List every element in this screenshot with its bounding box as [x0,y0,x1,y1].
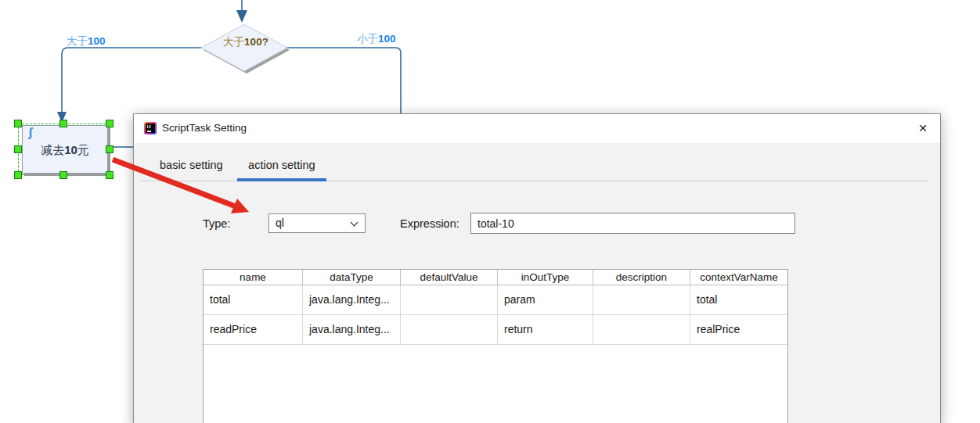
resize-handle-s[interactable] [59,171,67,179]
table-cell[interactable] [401,315,498,345]
dialog-title: ScriptTask Setting [162,122,247,134]
table-cell[interactable] [593,315,690,345]
edge-label-less-value: 100 [378,33,396,45]
resize-handle-ne[interactable] [106,120,113,127]
arrowhead-into-decision [236,10,247,23]
close-icon[interactable]: ✕ [915,120,931,136]
edge-label-less[interactable]: 小于100 [357,32,396,46]
column-header[interactable]: dataType [303,270,401,285]
column-header[interactable]: description [593,270,690,285]
edge-less-branch[interactable] [287,48,401,114]
script-icon: ʃ [28,125,33,141]
edge-label-greater-value: 100 [88,35,106,47]
column-header[interactable]: contextVarName [690,270,787,285]
intellij-idea-icon: IJ [144,122,157,134]
type-dropdown[interactable]: ql [268,213,366,233]
table-cell[interactable]: readPrice [204,315,303,345]
edge-label-greater-prefix: 大于 [67,35,88,47]
table-cell[interactable]: total [204,285,303,315]
table-cell[interactable] [401,285,498,315]
resize-handle-nw[interactable] [14,120,22,127]
column-header[interactable]: inOutType [498,270,593,285]
table-cell[interactable]: total [690,285,787,315]
column-header[interactable]: name [204,270,303,285]
table-cell[interactable]: java.lang.Integ... [303,285,401,315]
expression-label: Expression: [400,213,459,234]
edge-label-less-prefix: 小于 [357,33,378,45]
resize-handle-sw[interactable] [14,171,22,179]
variables-table: name dataType defaultValue inOutType des… [203,269,788,423]
resize-handle-n[interactable] [59,120,67,127]
table-cell[interactable]: realPrice [690,315,787,345]
edge-label-greater[interactable]: 大于100 [67,34,106,48]
tab-basic-setting[interactable]: basic setting [149,156,234,178]
task-node-label: 减去10元 [23,143,107,158]
scripttask-setting-dialog: IJ ScriptTask Setting ✕ basic setting ac… [133,113,941,423]
table-cell[interactable]: param [498,285,593,315]
tab-action-setting[interactable]: action setting [237,156,326,181]
table-cell[interactable]: return [498,315,593,345]
chevron-down-icon [350,221,358,227]
column-header[interactable]: defaultValue [401,270,498,285]
dialog-tabs: basic setting action setting [149,156,326,181]
task-node-subtract[interactable]: ʃ 减去10元 [22,125,108,174]
expression-input[interactable] [470,213,795,234]
intellij-idea-icon-letters: IJ [147,124,151,129]
decision-label-value: 100? [244,36,268,48]
resize-handle-se[interactable] [106,171,113,179]
dialog-titlebar[interactable]: IJ ScriptTask Setting ✕ [134,114,940,143]
table-cell[interactable]: java.lang.Integ... [303,315,401,345]
resize-handle-e[interactable] [106,145,113,153]
decision-label: 大于100? [205,35,286,49]
edge-greater-branch[interactable] [62,48,201,115]
resize-handle-w[interactable] [14,145,22,153]
decision-label-prefix: 大于 [223,36,244,48]
type-dropdown-value: ql [276,217,284,229]
table-cell[interactable] [593,285,690,315]
type-label: Type: [203,213,230,234]
